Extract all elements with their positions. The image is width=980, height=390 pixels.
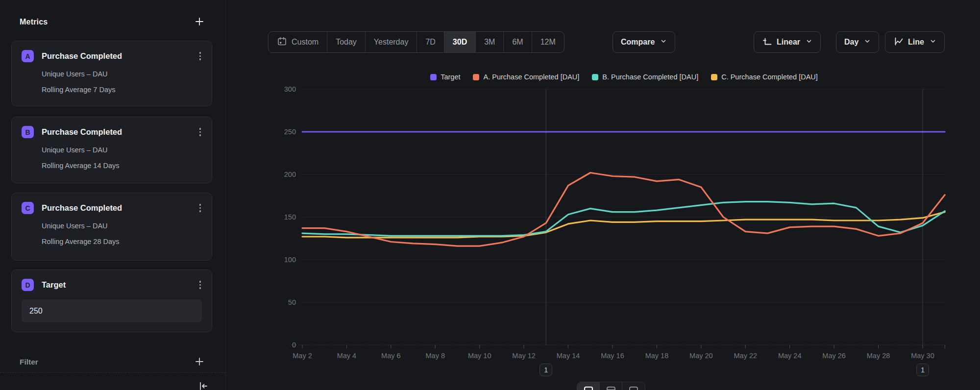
metric-badge-d: D (22, 279, 34, 291)
y-axis-label: 150 (284, 213, 296, 221)
metric-title: Purchase Completed (42, 127, 198, 137)
toggle-split-view-button[interactable] (622, 382, 645, 390)
metric-event-type: Unique Users – DAU (42, 146, 202, 154)
kebab-icon (199, 128, 201, 136)
annotation-badge[interactable]: 1 (539, 364, 552, 376)
plus-icon (194, 356, 205, 368)
legend-label: A. Purchase Completed [DAU] (483, 73, 579, 81)
kebab-icon (199, 281, 201, 289)
split-view-icon (628, 386, 639, 390)
compare-button[interactable]: Compare (612, 31, 675, 53)
range-6m[interactable]: 6M (504, 32, 532, 52)
target-menu-button[interactable] (198, 280, 202, 290)
metric-card-c: C Purchase Completed Unique Users – DAU … (11, 193, 212, 261)
x-axis-label: May 18 (645, 352, 669, 360)
annotation-badge[interactable]: 1 (916, 364, 929, 376)
legend-item[interactable]: B. Purchase Completed [DAU] (592, 73, 698, 81)
legend-label: B. Purchase Completed [DAU] (602, 73, 698, 81)
toggle-table-view-button[interactable] (600, 382, 622, 390)
y-axis-label: 300 (284, 85, 296, 93)
legend-item[interactable]: A. Purchase Completed [DAU] (473, 73, 579, 81)
collapse-left-icon (197, 380, 209, 390)
x-axis-label: May 8 (426, 352, 445, 360)
range-30d[interactable]: 30D (444, 32, 476, 52)
metric-menu-button[interactable] (198, 51, 202, 61)
chart-view-icon (583, 386, 594, 390)
chevron-down-icon (864, 38, 871, 47)
add-filter-button[interactable] (193, 355, 206, 369)
metric-badge-c: C (22, 202, 34, 214)
range-today[interactable]: Today (327, 32, 366, 52)
metric-event-type: Unique Users – DAU (42, 222, 202, 230)
sidebar-divider (0, 372, 225, 373)
metrics-header: Metrics (20, 15, 206, 29)
legend-swatch (711, 74, 717, 80)
line-chart: 050100150200250300May 2May 4May 6May 8Ma… (230, 83, 975, 377)
x-axis-label: May 20 (689, 352, 713, 360)
metrics-analysis-page: { "sidebar": { "title": "Metrics", "metr… (0, 0, 980, 390)
y-axis-label: 100 (284, 256, 296, 264)
date-range-control: Custom Today Yesterday 7D 30D 3M 6M 12M (268, 31, 564, 53)
metrics-title: Metrics (20, 18, 48, 26)
kebab-icon (199, 52, 201, 60)
range-custom[interactable]: Custom (269, 32, 327, 52)
x-axis-label: May 6 (381, 352, 401, 360)
target-value-input[interactable] (22, 299, 202, 322)
chart-display-toggle (577, 382, 645, 390)
target-card: D Target (11, 269, 212, 332)
series-line (302, 202, 945, 236)
y-axis-label: 0 (292, 341, 296, 349)
legend-swatch (592, 74, 598, 80)
toggle-chart-view-button[interactable] (577, 382, 600, 390)
metric-badge-b: B (22, 126, 34, 138)
x-axis-label: May 14 (557, 352, 580, 360)
metric-rolling-average: Rolling Average 7 Days (42, 86, 202, 94)
metric-card-a: A Purchase Completed Unique Users – DAU … (11, 41, 212, 106)
x-axis-label: May 16 (601, 352, 624, 360)
legend-item[interactable]: Target (430, 73, 460, 81)
legend-item[interactable]: C. Purchase Completed [DAU] (711, 73, 818, 81)
series-line (302, 212, 945, 238)
metric-event-type: Unique Users – DAU (42, 70, 202, 78)
target-title: Target (42, 280, 198, 290)
range-12m[interactable]: 12M (532, 32, 564, 52)
table-view-icon (606, 386, 616, 390)
filter-section: Filter (20, 355, 206, 369)
legend-swatch (473, 74, 479, 80)
x-axis-label: May 10 (468, 352, 491, 360)
metric-menu-button[interactable] (198, 203, 202, 213)
metric-title: Purchase Completed (42, 51, 198, 61)
chart-type-select-button[interactable]: Line (885, 31, 945, 53)
metric-rolling-average: Rolling Average 28 Days (42, 238, 202, 245)
filter-title: Filter (20, 358, 38, 366)
chevron-down-icon (660, 38, 667, 47)
line-chart-icon (893, 36, 904, 49)
calendar-icon (277, 36, 287, 49)
collapse-sidebar-button[interactable] (196, 379, 210, 390)
x-axis-label: May 24 (778, 352, 802, 360)
plus-icon (194, 16, 205, 28)
legend-label: Target (441, 73, 460, 81)
linear-axis-icon (762, 36, 772, 49)
metric-card-b: B Purchase Completed Unique Users – DAU … (11, 117, 212, 183)
legend-label: C. Purchase Completed [DAU] (721, 73, 818, 81)
range-3m[interactable]: 3M (476, 32, 504, 52)
x-axis-label: May 30 (911, 352, 934, 360)
interval-select-button[interactable]: Day (836, 31, 879, 53)
kebab-icon (199, 204, 201, 212)
x-axis-label: May 26 (822, 352, 846, 360)
y-axis-label: 50 (288, 298, 296, 306)
range-7d[interactable]: 7D (417, 32, 444, 52)
metric-menu-button[interactable] (198, 127, 202, 137)
chevron-down-icon (930, 38, 936, 47)
scale-select-button[interactable]: Linear (754, 31, 821, 53)
metrics-sidebar: Metrics A Purchase Completed Unique User… (0, 0, 226, 390)
metric-rolling-average: Rolling Average 14 Days (42, 162, 202, 170)
y-axis-label: 250 (284, 128, 296, 136)
x-axis-label: May 4 (337, 352, 357, 360)
add-metric-button[interactable] (193, 15, 206, 29)
x-axis-label: May 2 (293, 352, 312, 360)
chevron-down-icon (806, 38, 812, 47)
range-yesterday[interactable]: Yesterday (366, 32, 417, 52)
metric-badge-a: A (22, 50, 34, 62)
